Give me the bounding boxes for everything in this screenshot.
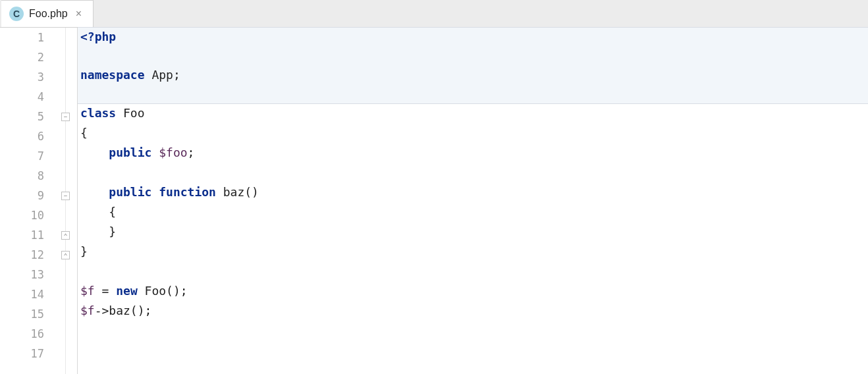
code-line[interactable]: }: [78, 242, 868, 261]
code-line[interactable]: }: [78, 222, 868, 242]
tab-bar: C Foo.php ×: [0, 0, 868, 28]
code-line[interactable]: class Foo: [78, 103, 868, 123]
code-line[interactable]: [78, 261, 868, 281]
line-number[interactable]: 2: [0, 47, 65, 67]
line-number[interactable]: 5: [0, 107, 65, 126]
token-plain: [151, 143, 159, 163]
fold-collapse-icon[interactable]: [61, 113, 70, 121]
tab-filename: Foo.php: [29, 8, 68, 20]
code-line[interactable]: [78, 340, 868, 360]
token-var: $f: [80, 281, 95, 301]
token-plain: =: [95, 281, 117, 301]
line-number[interactable]: 3: [0, 67, 65, 87]
token-var: $f: [80, 301, 95, 321]
editor: 1234567891011121314151617 <?phpnamespace…: [0, 28, 868, 374]
token-kw: public: [109, 143, 151, 163]
token-punct: {: [80, 123, 88, 143]
token-tag: <?php: [80, 27, 116, 47]
line-number[interactable]: 10: [0, 205, 65, 225]
fold-end-icon[interactable]: [61, 251, 70, 259]
token-kw: namespace: [80, 65, 145, 85]
line-number[interactable]: 4: [0, 87, 65, 107]
margin-strip: [66, 28, 78, 374]
token-kw: function: [159, 182, 216, 202]
code-line[interactable]: [78, 163, 868, 182]
token-kw: public: [109, 182, 151, 202]
code-line[interactable]: <?php: [78, 27, 868, 47]
token-punct: }: [80, 222, 116, 242]
token-punct: {: [80, 202, 116, 222]
code-line[interactable]: [78, 321, 868, 340]
code-line[interactable]: [78, 84, 868, 104]
code-line[interactable]: {: [78, 123, 868, 143]
line-number[interactable]: 8: [0, 166, 65, 186]
token-var: $foo: [159, 143, 187, 163]
code-line[interactable]: [78, 46, 868, 66]
code-line[interactable]: public function baz(): [78, 182, 868, 202]
token-plain: Foo: [116, 103, 144, 123]
line-number[interactable]: 15: [0, 304, 65, 324]
line-number[interactable]: 6: [0, 126, 65, 146]
line-number[interactable]: 13: [0, 265, 65, 284]
token-plain: App;: [145, 65, 180, 85]
line-number[interactable]: 17: [0, 344, 65, 363]
fold-end-icon[interactable]: [61, 231, 70, 240]
token-punct: }: [80, 242, 88, 261]
line-number[interactable]: 1: [0, 28, 65, 47]
line-number[interactable]: 7: [0, 146, 65, 166]
line-gutter: 1234567891011121314151617: [0, 28, 66, 374]
fold-collapse-icon[interactable]: [61, 192, 70, 200]
tab-file[interactable]: C Foo.php ×: [1, 0, 94, 27]
token-kw: new: [116, 281, 138, 301]
code-line[interactable]: public $foo;: [78, 143, 868, 163]
token-plain: Foo();: [138, 281, 188, 301]
line-number[interactable]: 16: [0, 324, 65, 344]
line-number[interactable]: 14: [0, 284, 65, 304]
token-plain: [151, 182, 159, 202]
line-number[interactable]: 11: [0, 225, 65, 245]
code-area[interactable]: <?phpnamespace App;class Foo{ public $fo…: [78, 28, 868, 374]
token-kw: class: [80, 103, 116, 123]
file-type-icon: C: [9, 7, 24, 21]
code-line[interactable]: namespace App;: [78, 65, 868, 85]
line-number[interactable]: 12: [0, 245, 65, 265]
token-plain: [80, 182, 109, 202]
token-fn: baz(): [216, 182, 259, 202]
code-line[interactable]: {: [78, 202, 868, 222]
token-punct: ;: [188, 143, 195, 163]
code-line[interactable]: $f = new Foo();: [78, 281, 868, 301]
token-plain: [80, 143, 109, 163]
token-plain: ->baz();: [95, 301, 152, 321]
code-line[interactable]: $f->baz();: [78, 301, 868, 321]
close-icon[interactable]: ×: [73, 8, 84, 20]
line-number[interactable]: 9: [0, 186, 65, 205]
